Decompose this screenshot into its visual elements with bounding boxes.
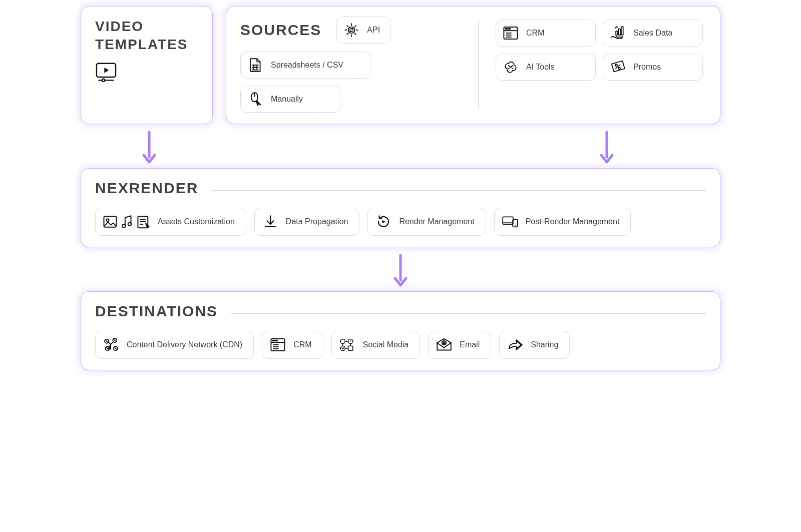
svg-rect-15 xyxy=(619,29,621,35)
svg-point-45 xyxy=(277,340,278,341)
dest-cdn: Content Delivery Network (CDN) xyxy=(95,331,254,359)
source-api: API xyxy=(336,17,390,44)
svg-point-44 xyxy=(275,340,276,341)
source-spreadsheets: Spreadsheets / CSV xyxy=(240,52,370,79)
source-manually-label: Manually xyxy=(271,95,303,104)
nexrender-assets-label: Assets Customization xyxy=(158,217,235,226)
dest-social: f Social Media xyxy=(331,331,421,359)
sources-card: SOURCES API xyxy=(226,6,720,124)
svg-line-39 xyxy=(108,342,111,344)
svg-line-40 xyxy=(111,342,113,344)
hand-chart-icon xyxy=(609,25,626,42)
hr-line xyxy=(211,190,706,191)
svg-point-3 xyxy=(348,27,355,34)
email-at-icon xyxy=(436,336,453,353)
svg-rect-14 xyxy=(616,31,618,35)
svg-point-43 xyxy=(273,340,274,341)
svg-rect-16 xyxy=(621,27,623,35)
dest-social-label: Social Media xyxy=(363,340,409,349)
destinations-card: DESTINATIONS Content Delivery Network (C… xyxy=(81,291,720,370)
nexrender-title: NEXRENDER xyxy=(95,180,198,197)
nexrender-render: Render Management xyxy=(367,208,486,236)
arrow-down-icon xyxy=(598,130,615,165)
mouse-click-icon xyxy=(247,91,264,108)
source-sales: Sales Data xyxy=(603,20,703,47)
window-list-icon xyxy=(269,336,286,353)
spreadsheet-icon xyxy=(247,57,264,74)
share-arrow-icon xyxy=(507,336,524,353)
nexrender-row: NEXRENDER xyxy=(56,168,745,247)
coupon-icon xyxy=(609,59,626,76)
video-templates-card: VIDEO TEMPLATES xyxy=(81,6,213,124)
source-crm-label: CRM xyxy=(526,29,544,38)
source-api-label: API xyxy=(367,26,380,35)
nexrender-card: NEXRENDER xyxy=(81,168,720,247)
svg-rect-22 xyxy=(104,216,117,227)
sources-title: SOURCES xyxy=(240,22,321,39)
svg-point-10 xyxy=(509,29,510,30)
arrow-mid xyxy=(56,247,745,291)
svg-point-17 xyxy=(615,64,617,66)
devices-icon xyxy=(502,213,519,230)
svg-line-19 xyxy=(615,65,620,69)
source-promos-label: Promos xyxy=(633,63,661,72)
render-clock-icon xyxy=(375,213,392,230)
diagram-canvas: VIDEO TEMPLATES SOURCES xyxy=(56,0,745,380)
nexrender-render-label: Render Management xyxy=(399,217,474,226)
arrow-down-icon xyxy=(141,130,158,165)
broadcast-icon xyxy=(103,336,120,353)
svg-point-9 xyxy=(507,29,508,30)
svg-point-18 xyxy=(618,67,620,69)
source-ai-label: AI Tools xyxy=(526,63,555,72)
dest-crm-label: CRM xyxy=(293,340,311,349)
source-ai: AI Tools xyxy=(496,54,596,81)
video-play-icon xyxy=(95,62,198,84)
source-promos: Promos xyxy=(603,54,703,81)
svg-point-59 xyxy=(444,342,445,343)
social-icons-icon: f xyxy=(339,336,356,353)
video-templates-title: VIDEO TEMPLATES xyxy=(95,18,198,54)
nexrender-assets: Assets Customization xyxy=(95,208,246,236)
nexrender-data-label: Data Propagation xyxy=(286,217,348,226)
destinations-row: DESTINATIONS Content Delivery Network (C… xyxy=(56,291,745,370)
dest-crm: CRM xyxy=(262,331,323,359)
top-row: VIDEO TEMPLATES SOURCES xyxy=(56,6,745,124)
image-music-note-icon xyxy=(103,213,151,230)
svg-point-25 xyxy=(128,223,132,226)
hr-line xyxy=(231,313,706,314)
dest-email-label: Email xyxy=(460,340,480,349)
dest-sharing-label: Sharing xyxy=(531,340,558,349)
dest-email: Email xyxy=(428,331,491,359)
destinations-title: DESTINATIONS xyxy=(95,303,218,320)
svg-point-8 xyxy=(505,29,506,30)
sources-divider xyxy=(478,21,479,109)
arrows-top xyxy=(56,124,745,168)
source-sales-label: Sales Data xyxy=(633,29,672,38)
dest-cdn-label: Content Delivery Network (CDN) xyxy=(127,340,242,349)
svg-point-24 xyxy=(122,224,126,228)
source-spreadsheets-label: Spreadsheets / CSV xyxy=(271,61,343,70)
dest-sharing: Sharing xyxy=(499,331,570,359)
svg-rect-52 xyxy=(348,346,352,350)
source-manually: Manually xyxy=(240,86,340,113)
window-list-icon xyxy=(502,25,519,42)
svg-point-2 xyxy=(102,79,105,81)
svg-point-23 xyxy=(107,219,109,221)
nexrender-post-label: Post-Render Management xyxy=(526,217,620,226)
ai-knot-icon xyxy=(502,59,519,76)
source-crm: CRM xyxy=(496,20,596,47)
download-icon xyxy=(262,213,279,230)
gear-swap-icon xyxy=(343,22,360,39)
arrow-down-icon xyxy=(392,253,409,288)
svg-point-49 xyxy=(340,339,345,343)
svg-text:f: f xyxy=(350,339,351,343)
nexrender-post: Post-Render Management xyxy=(494,208,631,236)
nexrender-data: Data Propagation xyxy=(254,208,360,236)
